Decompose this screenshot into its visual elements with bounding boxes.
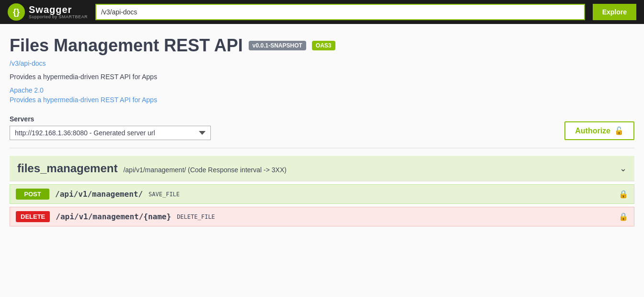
- post-endpoint-path: /api/v1/management/: [55, 190, 143, 199]
- logo-text: Swagger Supported by SMARTBEAR: [29, 5, 88, 19]
- svg-text:{}: {}: [13, 7, 20, 17]
- post-lock-icon: 🔒: [619, 190, 628, 199]
- delete-endpoint-path: /api/v1/management/{name}: [56, 212, 171, 221]
- section-header[interactable]: files_management /api/v1/management/ (Co…: [10, 156, 634, 181]
- servers-select[interactable]: http://192.168.1.36:8080 - Generated ser…: [10, 126, 211, 140]
- oas3-badge: OAS3: [312, 41, 335, 50]
- topbar: {} Swagger Supported by SMARTBEAR Explor…: [0, 0, 644, 24]
- version-badge: v0.0.1-SNAPSHOT: [249, 41, 306, 50]
- swagger-label: Swagger: [29, 5, 88, 14]
- delete-method-badge: DELETE: [16, 211, 50, 222]
- post-endpoint-row[interactable]: POST /api/v1/management/ SAVE_FILE 🔒: [10, 184, 634, 204]
- delete-lock-icon: 🔒: [619, 212, 628, 221]
- servers-section: Servers http://192.168.1.36:8080 - Gener…: [10, 115, 634, 148]
- servers-label: Servers: [10, 115, 211, 123]
- lock-icon: 🔓: [614, 126, 624, 135]
- swagger-logo-icon: {}: [8, 3, 25, 21]
- api-url-input[interactable]: [95, 4, 585, 20]
- apache-license-link[interactable]: Apache 2.0: [10, 86, 634, 94]
- api-title-row: Files Management REST API v0.0.1-SNAPSHO…: [10, 36, 634, 56]
- files-management-section: files_management /api/v1/management/ (Co…: [10, 156, 634, 226]
- section-title-group: files_management /api/v1/management/ (Co…: [17, 162, 287, 175]
- api-terms-link[interactable]: Provides a hypermedia-driven REST API fo…: [10, 96, 634, 104]
- api-title: Files Management REST API: [10, 36, 243, 56]
- authorize-button[interactable]: Authorize 🔓: [564, 121, 634, 140]
- chevron-down-icon: ⌄: [620, 163, 627, 174]
- post-endpoint-operation: SAVE_FILE: [149, 191, 180, 198]
- post-method-badge: POST: [16, 189, 49, 200]
- authorize-label: Authorize: [575, 127, 610, 135]
- smartbear-label: Supported by SMARTBEAR: [29, 14, 88, 19]
- delete-endpoint-row[interactable]: DELETE /api/v1/management/{name} DELETE_…: [10, 207, 634, 226]
- section-path: /api/v1/management/ (Code Response inter…: [123, 166, 286, 174]
- explore-button[interactable]: Explore: [593, 4, 636, 20]
- servers-left: Servers http://192.168.1.36:8080 - Gener…: [10, 115, 211, 140]
- section-title: files_management: [17, 162, 117, 175]
- api-docs-link[interactable]: /v3/api-docs: [10, 59, 634, 67]
- logo-area: {} Swagger Supported by SMARTBEAR: [8, 3, 88, 21]
- delete-endpoint-operation: DELETE_FILE: [177, 214, 215, 220]
- api-description: Provides a hypermedia-driven REST API fo…: [10, 73, 634, 81]
- main-content: Files Management REST API v0.0.1-SNAPSHO…: [0, 24, 644, 238]
